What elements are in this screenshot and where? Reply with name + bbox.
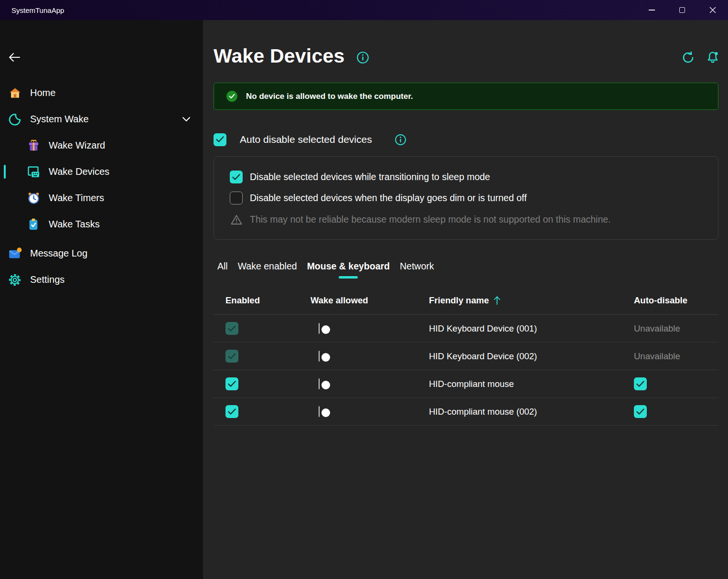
devices-table: Enabled Wake allowed Friendly name Auto-… — [214, 286, 718, 426]
page-info-button[interactable] — [356, 51, 369, 64]
info-icon — [356, 51, 369, 64]
maximize-icon — [679, 7, 685, 13]
table-row: HID Keyboard Device (001) Unavailable — [214, 315, 718, 343]
sidebar-item-label: Wake Tasks — [49, 219, 100, 230]
auto-disable-status: Unavailable — [634, 323, 718, 334]
wake-allowed-toggle[interactable] — [319, 406, 320, 417]
gear-icon — [8, 273, 22, 287]
sidebar-item-message-log[interactable]: Message Log — [0, 245, 203, 262]
tab-network[interactable]: Network — [400, 261, 434, 279]
column-header-wake-allowed[interactable]: Wake allowed — [310, 295, 429, 306]
page-title: Wake Devices — [214, 45, 344, 67]
column-header-auto-disable[interactable]: Auto-disable — [634, 295, 718, 306]
notifications-button[interactable] — [706, 51, 719, 64]
enabled-checkbox[interactable] — [225, 377, 238, 390]
status-banner-text: No device is allowed to wake the compute… — [246, 92, 413, 101]
wake-allowed-toggle[interactable] — [319, 378, 320, 389]
sidebar-item-wake-tasks[interactable]: Wake Tasks — [0, 215, 203, 233]
bell-icon — [706, 51, 719, 64]
enabled-checkbox[interactable] — [225, 322, 238, 335]
mail-bell-icon — [8, 247, 22, 261]
wake-allowed-toggle[interactable] — [319, 323, 320, 334]
column-header-friendly-name[interactable]: Friendly name — [429, 295, 634, 306]
auto-disable-checkbox[interactable] — [634, 377, 647, 390]
sidebar-item-wake-wizard[interactable]: Wake Wizard — [0, 137, 203, 154]
sidebar-item-home[interactable]: Home — [0, 84, 203, 102]
alarm-clock-icon — [26, 191, 41, 205]
minimize-button[interactable] — [636, 0, 667, 20]
sidebar-item-label: Wake Devices — [49, 166, 109, 177]
success-check-icon — [226, 91, 237, 102]
sleep-transition-label: Disable selected devices while transitio… — [250, 172, 490, 182]
wake-allowed-toggle[interactable] — [319, 351, 320, 362]
table-row: HID-compliant mouse (002) — [214, 398, 718, 426]
auto-disable-label: Auto disable selected devices — [240, 134, 372, 145]
titlebar: SystemTunaApp — [0, 0, 728, 20]
chevron-down-icon[interactable] — [182, 114, 191, 125]
sidebar-item-label: Wake Timers — [49, 193, 104, 204]
display-dim-label: Disable selected devices when the displa… — [250, 193, 527, 204]
tab-mouse-keyboard[interactable]: Mouse & keyboard — [307, 261, 390, 279]
device-name: HID Keyboard Device (001) — [429, 323, 634, 334]
sidebar-item-label: Settings — [30, 274, 64, 285]
refresh-button[interactable] — [681, 51, 695, 64]
tasks-clipboard-icon — [26, 217, 41, 232]
sidebar-item-label: System Wake — [30, 114, 89, 125]
moon-icon — [8, 112, 22, 127]
tab-wake-enabled[interactable]: Wake enabled — [238, 261, 297, 279]
sleep-transition-checkbox[interactable] — [230, 171, 243, 183]
column-header-enabled[interactable]: Enabled — [225, 295, 310, 306]
sidebar-item-wake-devices[interactable]: Wake Devices — [0, 163, 203, 181]
enabled-checkbox[interactable] — [225, 405, 238, 418]
gift-icon — [26, 139, 41, 153]
enabled-checkbox[interactable] — [225, 350, 238, 363]
sidebar-item-label: Wake Wizard — [49, 140, 105, 151]
table-row: HID Keyboard Device (002) Unavailable — [214, 343, 718, 370]
sidebar-item-wake-timers[interactable]: Wake Timers — [0, 189, 203, 207]
device-name: HID-compliant mouse — [429, 379, 634, 389]
info-icon — [395, 134, 407, 146]
home-icon — [8, 86, 22, 100]
display-dim-checkbox[interactable] — [230, 192, 243, 204]
warning-icon — [230, 214, 243, 225]
auto-disable-checkbox[interactable] — [214, 133, 226, 146]
devices-icon — [26, 165, 41, 179]
sidebar-item-label: Home — [30, 87, 55, 98]
status-banner: No device is allowed to wake the compute… — [214, 83, 718, 110]
sidebar-item-label: Message Log — [30, 248, 87, 259]
refresh-icon — [682, 51, 695, 64]
close-icon — [709, 7, 716, 13]
close-button[interactable] — [697, 0, 728, 20]
auto-disable-options-panel: Disable selected devices while transitio… — [214, 156, 718, 240]
maximize-button[interactable] — [667, 0, 697, 20]
device-name: HID Keyboard Device (002) — [429, 351, 634, 362]
device-filter-tabs: All Wake enabled Mouse & keyboard Networ… — [214, 261, 718, 279]
warning-text: This may not be reliable because modern … — [250, 214, 611, 225]
sidebar: Home System Wake — [0, 20, 203, 579]
sidebar-item-settings[interactable]: Settings — [0, 271, 203, 289]
tab-all[interactable]: All — [217, 261, 228, 279]
minimize-icon — [649, 10, 655, 11]
main-content: Wake Devices No device is allowed to wak… — [203, 20, 728, 579]
sidebar-item-system-wake[interactable]: System Wake — [0, 110, 203, 128]
device-name: HID-compliant mouse (002) — [429, 407, 634, 417]
table-row: HID-compliant mouse — [214, 370, 718, 398]
selected-indicator — [4, 165, 6, 179]
sort-ascending-icon — [492, 295, 502, 305]
back-button[interactable] — [8, 50, 23, 65]
auto-disable-status: Unavailable — [634, 351, 718, 362]
app-title: SystemTunaApp — [0, 6, 64, 14]
auto-disable-info-button[interactable] — [394, 133, 407, 146]
auto-disable-checkbox[interactable] — [634, 405, 647, 418]
table-header: Enabled Wake allowed Friendly name Auto-… — [214, 286, 718, 315]
back-arrow-icon — [8, 52, 21, 63]
